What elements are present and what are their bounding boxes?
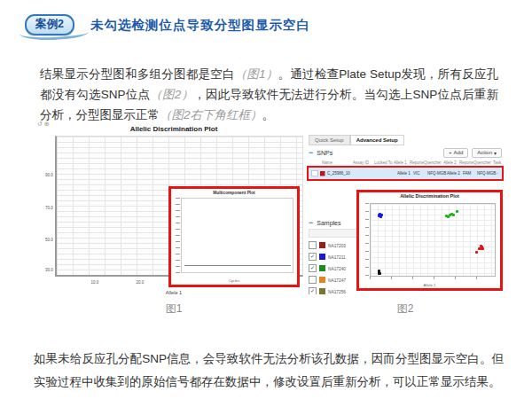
allelic-plot-y-ticks: [365, 203, 369, 277]
multicomponent-x-axis-label: Cycles: [190, 279, 278, 283]
snps-buttons: +Add Action▾: [443, 148, 502, 158]
intro-text-4: 。: [262, 108, 275, 121]
snp-row-red-highlight-box: C_25986_10 Allele 1 VIC NFQ-MGB Allele 2…: [307, 166, 504, 181]
column-header: Allele 1: [394, 160, 410, 165]
data-point-undetermined: [379, 272, 381, 275]
allelic-plot-x-axis-label: Allele 1: [380, 284, 479, 287]
sample-checkbox[interactable]: ✓: [309, 264, 317, 272]
sample-row[interactable]: NA17203: [309, 239, 358, 251]
snps-table-header-row: NameAssay IDLocked ToAllele 1ReporterQue…: [309, 160, 504, 165]
allele2-name: Allele 2: [447, 171, 463, 176]
samples-panel-header: − Samples: [309, 217, 358, 228]
figure2-redbox-reference: （图2右下角红框）: [160, 108, 262, 121]
allelic-plot-area: [370, 203, 496, 277]
snp-row-checkbox[interactable]: [312, 170, 318, 176]
sample-row[interactable]: ✓NA17211: [309, 251, 358, 262]
figure1-caption: 图1: [43, 301, 305, 317]
allele2-quencher: NFQ-MGB: [477, 171, 497, 176]
snps-section-header: − SNPs +Add Action▾: [309, 146, 502, 159]
data-point-allele-1-homozygous: [478, 247, 481, 250]
data-point-heterozygous: [452, 214, 455, 216]
data-point-allele-1-homozygous: [481, 247, 484, 250]
add-button[interactable]: +Add: [443, 148, 468, 158]
case-badge: 案例2: [25, 14, 74, 35]
sample-name: NA17247: [328, 278, 346, 282]
column-header: Reporter: [459, 160, 473, 165]
multicomponent-y-axis-ticks: [176, 198, 180, 273]
samples-panel: − Samples NA17203✓NA17211✓NA17240NA17247…: [309, 217, 358, 291]
sample-row[interactable]: ✓NA17256: [309, 286, 358, 294]
snps-section-title: SNPs: [317, 150, 332, 156]
sample-checkbox[interactable]: ✓: [309, 253, 317, 261]
add-icon: +: [449, 150, 452, 155]
sample-row[interactable]: ✓NA17240: [309, 262, 358, 274]
tab-advanced-setup[interactable]: Advanced Setup: [350, 135, 404, 145]
sample-name: NA17256: [328, 289, 346, 293]
allelic-plot-x-ticks: [370, 277, 496, 279]
samples-list: NA17203✓NA17211✓NA17240NA17247✓NA17256: [309, 239, 358, 294]
figure1-y-axis: 90.070.050.030.0: [43, 136, 54, 277]
action-button-label: Action: [477, 150, 492, 155]
x-axis-tick-label: 10.0: [91, 280, 99, 285]
snp-task: -: [497, 171, 504, 176]
collapse-icon[interactable]: −: [309, 148, 313, 157]
add-button-label: Add: [454, 150, 464, 155]
column-header: Locked To: [374, 160, 394, 165]
column-header: Quencher: [473, 160, 493, 165]
sample-color-swatch: [319, 265, 325, 271]
column-header: Allele 2: [443, 160, 459, 165]
chevron-down-icon: ▾: [494, 150, 497, 156]
x-axis-tick-label: 20.0: [136, 280, 144, 285]
multicomponent-baseline: [184, 265, 291, 266]
data-point-heterozygous: [456, 210, 458, 213]
sample-checkbox[interactable]: ✓: [309, 287, 317, 294]
column-header: Name: [322, 160, 353, 165]
snp-color-swatch: [320, 171, 325, 176]
column-header: Assay ID: [353, 160, 374, 165]
y-axis-tick-label: 50.0: [45, 238, 53, 242]
action-button[interactable]: Action▾: [472, 148, 502, 158]
sample-color-swatch: [319, 288, 325, 294]
allele1-name: Allele 1: [397, 171, 413, 176]
y-axis-tick-label: 90.0: [45, 173, 53, 177]
allelic-plot-title: Allelic Discrimination Plot: [366, 193, 493, 198]
sample-row[interactable]: NA17247: [309, 274, 358, 286]
setup-tabs: Quick Setup Advanced Setup: [309, 135, 404, 145]
page-header: 案例2 未勾选检测位点导致分型图显示空白: [25, 14, 310, 35]
allele1-reporter: VIC: [413, 171, 427, 176]
figure1-reference: （图1）: [235, 67, 278, 81]
figure1-empty-allelic-plot: ↺ ⊕ Allelic Discrimination Plot 90.070.0…: [43, 124, 305, 298]
samples-filter-field[interactable]: [309, 229, 358, 238]
multicomponent-plot-red-box: Multicomponent Plot Cycles: [168, 186, 300, 287]
data-point-heterozygous: [447, 215, 450, 218]
intro-paragraph: 结果显示分型图和多组分图都是空白（图1）。通过检查Plate Setup发现，所…: [40, 64, 498, 125]
sample-name: NA17211: [328, 254, 346, 259]
multicomponent-plot-title: Multicomponent Plot: [184, 191, 285, 195]
data-point-allele-1-homozygous: [475, 251, 478, 254]
column-header: Task: [493, 160, 504, 165]
figure2-plate-setup-screenshot: Quick Setup Advanced Setup − SNPs +Add A…: [307, 133, 504, 294]
allele2-reporter: FAM: [463, 171, 477, 176]
tab-quick-setup[interactable]: Quick Setup: [309, 135, 350, 145]
column-header: Reporter: [410, 160, 424, 165]
sample-checkbox[interactable]: [309, 276, 317, 284]
figure1-plot-title: Allelic Discrimination Plot: [43, 125, 305, 133]
page-title: 未勾选检测位点导致分型图显示空白: [90, 17, 310, 34]
snp-table-row[interactable]: C_25986_10 Allele 1 VIC NFQ-MGB Allele 2…: [309, 168, 504, 179]
data-point-undetermined: [378, 270, 380, 272]
collapse-icon[interactable]: −: [309, 218, 313, 227]
column-header: Quencher: [424, 160, 443, 165]
sample-checkbox[interactable]: [309, 241, 317, 249]
sample-name: NA17240: [328, 266, 346, 270]
y-axis-tick-label: 30.0: [45, 268, 53, 272]
allele1-quencher: NFQ-MGB: [427, 171, 447, 176]
samples-panel-title: Samples: [317, 220, 340, 226]
intro-text-1: 结果显示分型图和多组分图都是空白: [40, 67, 235, 81]
y-axis-tick-label: 70.0: [45, 206, 53, 210]
figure2-caption: 图2: [307, 301, 504, 317]
figure1-x-axis-label: Allele 1: [69, 290, 279, 295]
sample-color-swatch: [319, 242, 325, 248]
sample-name: NA17203: [328, 243, 346, 247]
snp-name: C_25986_10: [327, 171, 356, 176]
sample-color-swatch: [319, 277, 325, 283]
